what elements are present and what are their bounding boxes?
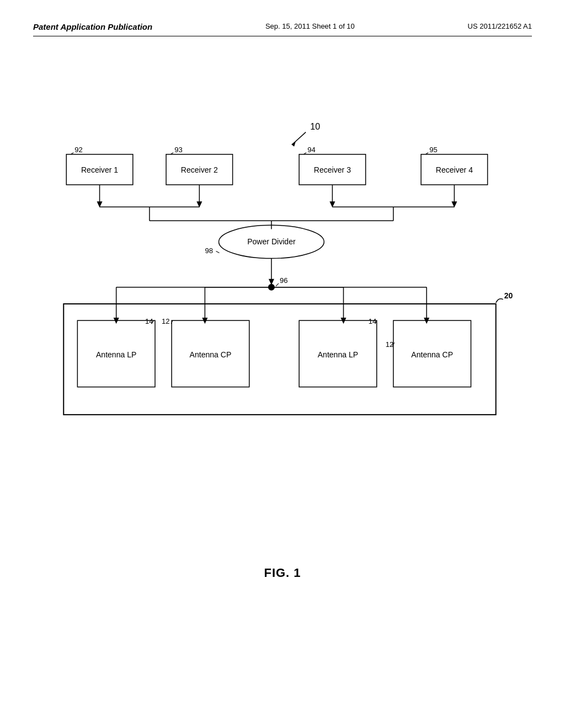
ref-93: 93 [174, 146, 183, 154]
antenna-cp2-label: Antenna CP [411, 350, 453, 359]
receiver1-label: Receiver 1 [81, 165, 118, 174]
ref-14-1: 14 [145, 317, 153, 325]
patent-number-label: US 2011/221652 A1 [468, 22, 532, 30]
ref-14-2: 14 [369, 317, 377, 325]
page-header: Patent Application Publication Sep. 15, … [33, 22, 532, 36]
receiver2-label: Receiver 2 [181, 165, 218, 174]
svg-marker-1 [291, 141, 296, 147]
power-divider-label: Power Divider [247, 238, 296, 247]
ref-12-2: 12 [386, 340, 394, 349]
publication-label: Patent Application Publication [33, 22, 152, 31]
antenna-lp2-label: Antenna LP [318, 350, 358, 359]
ref-96: 96 [280, 276, 288, 285]
ref-95: 95 [429, 146, 438, 154]
diagram-area: 10 Receiver 1 92 Receiver 2 93 Receiver … [33, 58, 532, 555]
ref-94: 94 [307, 146, 316, 154]
receiver4-label: Receiver 4 [436, 165, 473, 174]
antenna-lp1-label: Antenna LP [96, 350, 136, 359]
svg-line-24 [276, 283, 279, 286]
ref-10-label: 10 [310, 121, 320, 131]
ref-12-1: 12 [162, 317, 170, 325]
receiver3-label: Receiver 3 [314, 165, 351, 174]
page: Patent Application Publication Sep. 15, … [0, 0, 565, 728]
ref-20: 20 [504, 291, 513, 300]
ref-92: 92 [74, 146, 83, 154]
svg-line-21 [216, 251, 219, 253]
figure-label: FIG. 1 [33, 566, 532, 580]
date-sheet-label: Sep. 15, 2011 Sheet 1 of 10 [265, 22, 355, 30]
ref-98: 98 [205, 247, 213, 255]
antenna-cp1-label: Antenna CP [190, 350, 232, 359]
patent-diagram: 10 Receiver 1 92 Receiver 2 93 Receiver … [33, 58, 532, 555]
